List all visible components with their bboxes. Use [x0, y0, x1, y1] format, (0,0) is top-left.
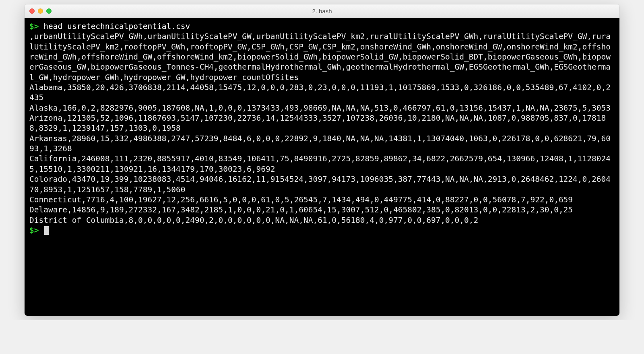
close-button[interactable]	[29, 8, 35, 14]
output-line: Arizona,121305,52,1096,11867693,5147,107…	[29, 113, 606, 133]
maximize-button[interactable]	[46, 8, 52, 14]
output-line: Alaska,166,0,2,8282976,9005,187608,NA,1,…	[29, 103, 611, 113]
output-line: Alabama,35850,20,426,3706838,2114,44058,…	[29, 83, 611, 102]
cursor	[44, 226, 49, 235]
terminal-window: 2. bash $> head usretechnicalpotential.c…	[24, 4, 620, 316]
output-line: District of Columbia,8,0,0,0,0,0,2490,2,…	[29, 216, 478, 225]
command-input: head usretechnicalpotential.csv	[43, 22, 190, 31]
titlebar[interactable]: 2. bash	[25, 4, 619, 18]
minimize-button[interactable]	[38, 8, 43, 14]
output-line: Colorado,43470,19,399,10238083,4514,9404…	[29, 175, 611, 194]
output-line: Delaware,14856,9,189,272332,167,3482,218…	[29, 205, 573, 214]
output-line: California,246008,111,2320,8855917,4010,…	[29, 154, 611, 173]
window-title: 2. bash	[312, 8, 332, 14]
prompt-symbol: $>	[29, 226, 39, 235]
output-line: Connecticut,7716,4,100,19627,12,256,6616…	[29, 195, 573, 204]
terminal-content[interactable]: $> head usretechnicalpotential.csv,urban…	[25, 18, 619, 316]
output-line: ,urbanUtilityScalePV_GWh,urbanUtilitySca…	[29, 32, 611, 82]
output-line: Arkansas,28960,15,332,4986388,2747,57239…	[29, 134, 611, 153]
prompt-symbol: $>	[29, 22, 39, 31]
traffic-lights	[29, 8, 52, 14]
